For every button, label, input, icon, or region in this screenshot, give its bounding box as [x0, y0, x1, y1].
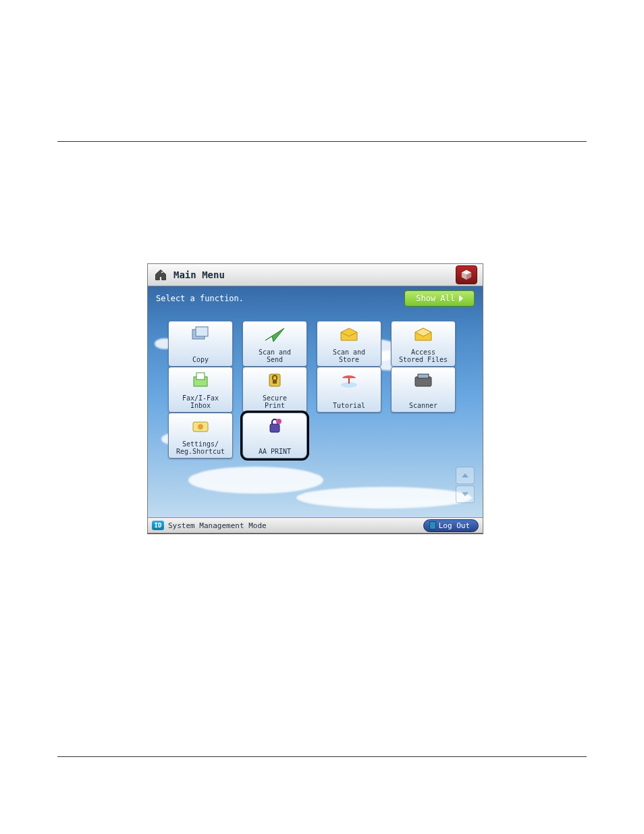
chevron-up-icon — [462, 473, 468, 477]
function-fax-inbox[interactable]: Fax/I-FaxInbox — [168, 367, 233, 413]
main-menu-title: Main Menu — [173, 269, 225, 280]
cloud-decoration — [296, 487, 472, 509]
svg-marker-6 — [265, 328, 284, 342]
function-grid: Copy Scan andSend Scan andStore — [168, 321, 454, 454]
show-all-button[interactable]: Show All — [404, 290, 475, 307]
function-tutorial[interactable]: Tutorial — [317, 367, 381, 413]
scroll-down-button[interactable] — [456, 486, 475, 503]
door-icon — [429, 521, 436, 529]
system-mode-label: System Management Mode — [168, 521, 267, 530]
function-secure-print[interactable]: SecurePrint — [242, 367, 307, 413]
fax-inbox-icon — [190, 371, 211, 389]
show-all-label: Show All — [416, 294, 455, 303]
store-icon — [338, 325, 360, 343]
function-label: Tutorial — [333, 402, 365, 409]
files-icon — [412, 325, 434, 343]
bottom-bar: ID System Management Mode Log Out — [148, 517, 483, 533]
function-settings-shortcut[interactable]: Settings/Reg.Shortcut — [168, 413, 233, 459]
device-screen: Main Menu Select a function. Show All — [147, 263, 483, 533]
svg-rect-19 — [270, 424, 279, 432]
secure-print-icon — [264, 371, 286, 389]
home-icon — [153, 268, 168, 282]
svg-rect-5 — [196, 327, 208, 336]
select-function-label: Select a function. — [156, 294, 244, 303]
log-out-label: Log Out — [439, 521, 470, 530]
log-out-button[interactable]: Log Out — [423, 519, 479, 532]
function-label: Fax/I-FaxInbox — [182, 394, 219, 409]
svg-rect-16 — [418, 374, 429, 378]
titlebar: Main Menu — [148, 264, 483, 286]
scroll-widget — [456, 467, 473, 503]
scanner-icon — [412, 371, 434, 389]
settings-shortcut-icon — [190, 417, 211, 435]
svg-rect-13 — [273, 380, 277, 384]
svg-rect-11 — [196, 373, 205, 380]
aa-print-icon — [264, 417, 286, 435]
svg-rect-0 — [161, 271, 163, 273]
instruction-row: Select a function. Show All — [148, 288, 483, 309]
function-aa-print[interactable]: AA PRINT — [242, 413, 307, 459]
function-label: AA PRINT — [259, 448, 291, 455]
chevron-down-icon — [462, 492, 468, 496]
function-scan-store[interactable]: Scan andStore — [317, 321, 381, 367]
chevron-right-icon — [459, 295, 463, 302]
send-icon — [264, 325, 286, 343]
function-scan-send[interactable]: Scan andSend — [242, 321, 307, 367]
bottom-divider — [57, 756, 587, 757]
svg-point-20 — [276, 419, 281, 424]
function-label: Copy — [192, 356, 209, 363]
cube-button[interactable] — [456, 265, 477, 284]
function-label: Scan andStore — [333, 348, 365, 363]
copy-icon — [190, 325, 211, 343]
svg-marker-7 — [341, 328, 357, 340]
function-access-stored-files[interactable]: AccessStored Files — [391, 321, 456, 367]
cloud-decoration — [188, 467, 323, 494]
scroll-up-button[interactable] — [456, 467, 475, 484]
id-badge: ID — [152, 521, 164, 530]
function-scanner[interactable]: Scanner — [391, 367, 456, 413]
top-divider — [57, 141, 587, 142]
function-copy[interactable]: Copy — [168, 321, 233, 367]
tutorial-icon — [338, 371, 360, 389]
svg-point-18 — [198, 424, 203, 429]
function-label: AccessStored Files — [399, 348, 448, 363]
function-label: Settings/Reg.Shortcut — [176, 440, 225, 455]
function-label: Scan andSend — [259, 348, 291, 363]
function-label: SecurePrint — [263, 394, 287, 409]
function-label: Scanner — [409, 402, 437, 409]
